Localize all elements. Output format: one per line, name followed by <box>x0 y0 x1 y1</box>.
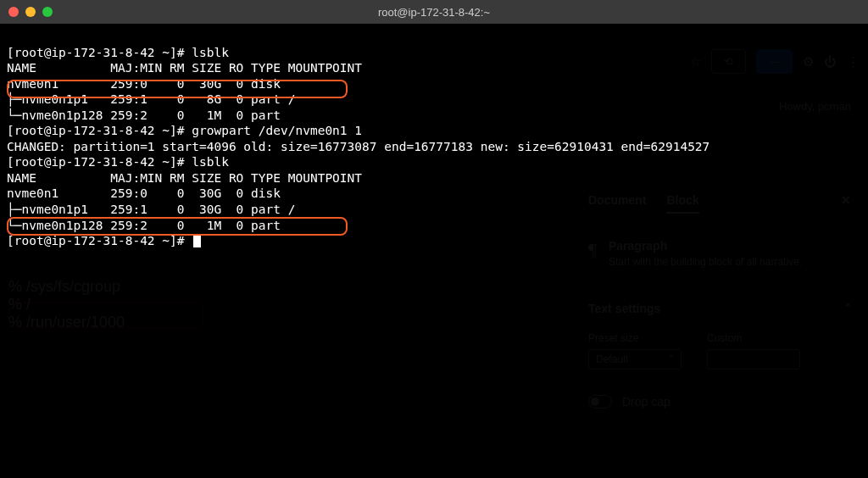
terminal-output[interactable]: [root@ip-172-31-8-42 ~]# lsblk NAME MAJ:… <box>0 24 868 254</box>
terminal-line: [root@ip-172-31-8-42 ~]# <box>7 234 201 247</box>
chevron-up-icon: ˄ <box>845 302 851 315</box>
bg-dropcap-label: Drop cap <box>622 395 670 409</box>
terminal-line: NAME MAJ:MIN RM SIZE RO TYPE MOUNTPOINT <box>7 61 362 75</box>
terminal-line: [root@ip-172-31-8-42 ~]# lsblk <box>7 46 229 59</box>
bg-text-settings-header: Text settings ˄ <box>588 302 851 315</box>
terminal-line: [root@ip-172-31-8-42 ~]# lsblk <box>7 155 229 169</box>
bg-preset-select: Default˅ <box>588 349 682 370</box>
terminal-line: └─nvme0n1p128 259:2 0 1M 0 part <box>7 108 281 122</box>
minimize-window-icon[interactable] <box>25 7 36 17</box>
bg-custom-input <box>707 349 800 370</box>
bg-dropcap-row: Drop cap <box>588 395 851 409</box>
terminal-line: ├─nvme0n1p1 259:1 0 8G 0 part / <box>7 92 295 106</box>
close-window-icon[interactable] <box>8 7 19 17</box>
bg-preset-label: Preset size <box>588 332 682 344</box>
terminal-line: nvme0n1 259:0 0 30G 0 disk <box>7 77 281 91</box>
bg-custom-label: Custom <box>707 332 800 344</box>
window-controls[interactable] <box>8 7 53 17</box>
terminal-line: [root@ip-172-31-8-42 ~]# growpart /dev/n… <box>7 124 362 137</box>
bg-block-desc: Start with the building block of all nar… <box>609 256 802 268</box>
toggle-icon <box>588 395 612 409</box>
terminal-line: nvme0n1 259:0 0 30G 0 disk <box>7 186 281 200</box>
maximize-window-icon[interactable] <box>42 7 53 17</box>
window-title: root@ip-172-31-8-42:~ <box>378 6 490 19</box>
bg-faded-terminal: % /sys/fs/cgroup % / % /run/user/1000 <box>8 278 125 331</box>
window-titlebar: root@ip-172-31-8-42:~ <box>0 0 868 24</box>
terminal-line: NAME MAJ:MIN RM SIZE RO TYPE MOUNTPOINT <box>7 171 362 185</box>
bg-faded-highlight <box>8 302 203 329</box>
terminal-line: └─nvme0n1p128 259:2 0 1M 0 part <box>7 219 281 232</box>
chevron-down-icon: ˅ <box>669 353 674 365</box>
terminal-line: ├─nvme0n1p1 259:1 0 30G 0 part / <box>7 203 295 216</box>
terminal-line: CHANGED: partition=1 start=4096 old: siz… <box>7 140 709 153</box>
cursor-icon <box>193 234 201 247</box>
bg-preset-row: Preset size Default˅ Custom <box>588 332 851 370</box>
